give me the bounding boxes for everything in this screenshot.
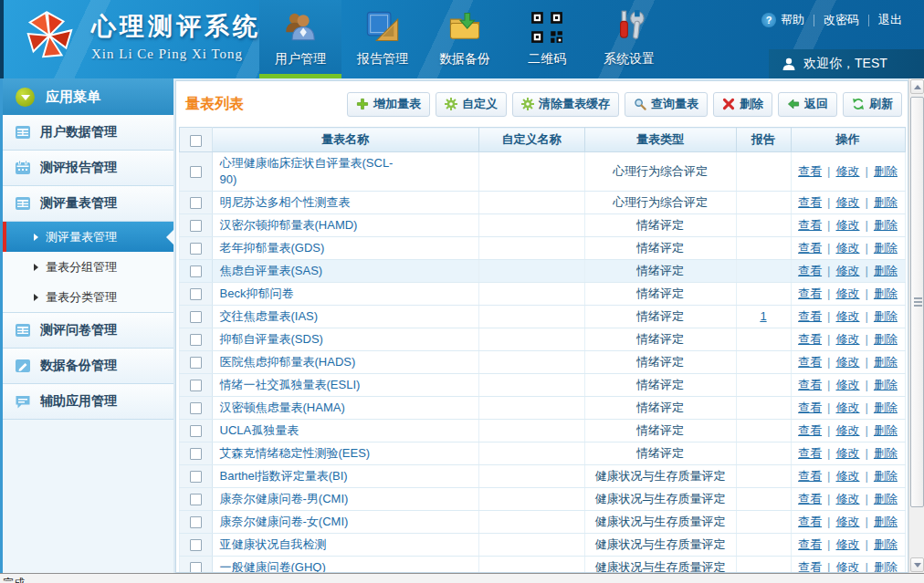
row-checkbox[interactable]	[190, 448, 202, 460]
delete-link[interactable]: 删除	[874, 241, 898, 255]
nav-report-management[interactable]: 报告管理	[341, 0, 424, 78]
sidebar-item-data-backup[interactable]: 数据备份管理	[3, 349, 173, 384]
nav-data-backup[interactable]: 数据备份	[424, 0, 506, 78]
edit-link[interactable]: 修改	[836, 286, 860, 300]
delete-link[interactable]: 删除	[874, 218, 898, 232]
edit-link[interactable]: 修改	[836, 164, 860, 178]
nav-qrcode[interactable]: 二维码	[506, 0, 588, 78]
edit-link[interactable]: 修改	[836, 378, 860, 391]
view-link[interactable]: 查看	[798, 218, 822, 232]
delete-button[interactable]: 删除	[713, 92, 772, 117]
nav-user-management[interactable]: 用户管理	[259, 0, 341, 78]
edit-link[interactable]: 修改	[836, 401, 860, 414]
view-link[interactable]: 查看	[798, 401, 822, 414]
row-checkbox[interactable]	[190, 402, 202, 414]
scale-name-link[interactable]: 抑郁自评量表(SDS)	[220, 331, 323, 348]
scale-name-link[interactable]: 明尼苏达多相个性测查表	[220, 194, 351, 211]
scale-name-link[interactable]: 焦虑自评量表(SAS)	[220, 263, 323, 279]
logout-link[interactable]: 退出	[869, 12, 911, 28]
edit-link[interactable]: 修改	[836, 469, 860, 483]
edit-link[interactable]: 修改	[836, 264, 860, 277]
row-checkbox[interactable]	[190, 220, 202, 232]
refresh-button[interactable]: 刷新	[843, 92, 902, 117]
scrollbar-thumb[interactable]	[910, 97, 924, 507]
delete-link[interactable]: 删除	[874, 446, 898, 460]
row-checkbox[interactable]	[190, 494, 202, 505]
sidebar-item-user-data[interactable]: 用户数据管理	[3, 115, 173, 151]
delete-link[interactable]: 删除	[874, 515, 898, 528]
delete-link[interactable]: 删除	[874, 378, 898, 391]
app-menu-header[interactable]: 应用菜单	[3, 78, 173, 115]
sidebar-item-scale-management[interactable]: 测评量表管理	[3, 186, 173, 222]
row-checkbox[interactable]	[190, 516, 202, 528]
row-checkbox[interactable]	[190, 380, 202, 391]
scale-name-link[interactable]: Beck抑郁问卷	[220, 286, 294, 302]
view-link[interactable]: 查看	[798, 332, 822, 346]
row-checkbox[interactable]	[190, 197, 202, 209]
edit-link[interactable]: 修改	[836, 218, 860, 232]
sidebar-subitem-scale-management[interactable]: 测评量表管理	[3, 222, 173, 252]
edit-link[interactable]: 修改	[836, 492, 860, 505]
scale-name-link[interactable]: 一般健康问卷(GHQ)	[220, 559, 326, 573]
view-link[interactable]: 查看	[798, 264, 822, 277]
delete-link[interactable]: 删除	[874, 560, 898, 573]
vertical-scrollbar[interactable]	[908, 78, 924, 573]
query-scale-button[interactable]: 查询量表	[625, 92, 708, 117]
edit-link[interactable]: 修改	[836, 241, 860, 255]
edit-link[interactable]: 修改	[836, 309, 860, 323]
row-checkbox[interactable]	[190, 425, 202, 437]
scroll-up-button[interactable]	[910, 79, 924, 94]
scale-name-link[interactable]: Barthel指数评定量表(BI)	[220, 468, 348, 484]
view-link[interactable]: 查看	[798, 286, 822, 300]
edit-link[interactable]: 修改	[836, 355, 860, 369]
view-link[interactable]: 查看	[798, 492, 822, 505]
report-count-link[interactable]: 1	[760, 309, 766, 323]
row-checkbox[interactable]	[190, 166, 202, 178]
row-checkbox[interactable]	[190, 288, 202, 300]
delete-link[interactable]: 删除	[874, 469, 898, 483]
select-all-checkbox[interactable]	[190, 135, 202, 147]
view-link[interactable]: 查看	[798, 195, 822, 209]
sidebar-item-questionnaire[interactable]: 测评问卷管理	[3, 313, 173, 349]
row-checkbox[interactable]	[190, 471, 202, 483]
sidebar-subitem-scale-category[interactable]: 量表分类管理	[3, 282, 173, 312]
row-checkbox[interactable]	[190, 311, 202, 323]
row-checkbox[interactable]	[190, 562, 202, 573]
edit-link[interactable]: 修改	[836, 332, 860, 346]
view-link[interactable]: 查看	[798, 164, 822, 178]
scale-name-link[interactable]: 汉密顿焦虑量表(HAMA)	[220, 400, 345, 416]
edit-link[interactable]: 修改	[836, 560, 860, 573]
view-link[interactable]: 查看	[798, 241, 822, 255]
delete-link[interactable]: 删除	[874, 195, 898, 209]
scale-name-link[interactable]: UCLA孤独量表	[220, 422, 299, 439]
delete-link[interactable]: 删除	[874, 492, 898, 505]
sidebar-item-auxiliary[interactable]: 辅助应用管理	[3, 384, 173, 420]
edit-link[interactable]: 修改	[836, 195, 860, 209]
view-link[interactable]: 查看	[798, 537, 822, 551]
scale-name-link[interactable]: 交往焦虑量表(IAS)	[220, 308, 319, 325]
view-link[interactable]: 查看	[798, 560, 822, 573]
row-checkbox[interactable]	[190, 334, 202, 346]
delete-link[interactable]: 删除	[874, 537, 898, 551]
view-link[interactable]: 查看	[798, 515, 822, 528]
scale-name-link[interactable]: 老年抑郁量表(GDS)	[220, 240, 325, 256]
delete-link[interactable]: 删除	[874, 423, 898, 437]
add-scale-button[interactable]: 增加量表	[347, 92, 430, 117]
delete-link[interactable]: 删除	[874, 164, 898, 178]
row-checkbox[interactable]	[190, 357, 202, 369]
scale-name-link[interactable]: 汉密尔顿抑郁量表(HAMD)	[220, 217, 358, 234]
delete-link[interactable]: 删除	[874, 332, 898, 346]
row-checkbox[interactable]	[190, 539, 202, 551]
view-link[interactable]: 查看	[798, 355, 822, 369]
delete-link[interactable]: 删除	[874, 264, 898, 277]
scale-name-link[interactable]: 情绪一社交孤独量表(ESLI)	[220, 377, 361, 393]
delete-link[interactable]: 删除	[874, 401, 898, 414]
edit-link[interactable]: 修改	[836, 446, 860, 460]
scale-name-link[interactable]: 康奈尔健康问卷-男(CMI)	[220, 491, 349, 507]
view-link[interactable]: 查看	[798, 423, 822, 437]
delete-link[interactable]: 删除	[874, 286, 898, 300]
customize-button[interactable]: 自定义	[436, 92, 507, 117]
sidebar-subitem-scale-group[interactable]: 量表分组管理	[3, 252, 173, 282]
scale-name-link[interactable]: 康奈尔健康问卷-女(CMI)	[220, 514, 349, 530]
view-link[interactable]: 查看	[798, 469, 822, 483]
